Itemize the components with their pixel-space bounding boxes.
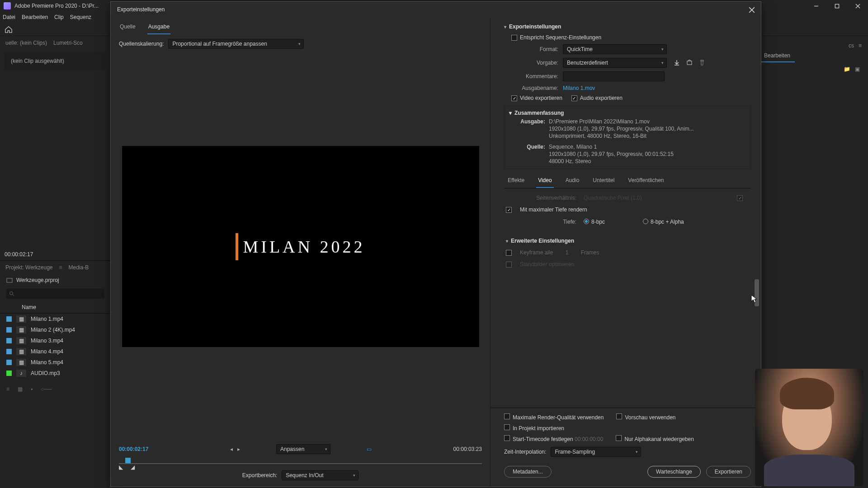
name-column-header[interactable]: Name <box>0 301 111 314</box>
preview-timeline[interactable]: ◣ ◢ <box>119 459 482 466</box>
max-depth-checkbox[interactable] <box>506 207 512 213</box>
svg-line-6 <box>13 295 14 296</box>
aspect-link-checkbox[interactable] <box>737 195 743 201</box>
tab-audio[interactable]: Audio <box>564 174 581 188</box>
dialog-title: Exporteinstellungen <box>117 6 165 13</box>
audio-clip-icon: ♪ <box>16 370 26 377</box>
dialog-close-button[interactable] <box>747 5 756 14</box>
output-name-link[interactable]: Milano 1.mov <box>563 85 595 91</box>
export-audio-label: Audio exportieren <box>580 95 623 101</box>
project-search-input[interactable] <box>6 289 104 299</box>
export-settings-section-header[interactable]: ▾Exporteinstellungen <box>504 20 751 33</box>
keyframe-all-checkbox[interactable] <box>506 250 512 256</box>
import-project-checkbox[interactable] <box>504 424 510 430</box>
bg-edit-tab: Bearbeiten <box>760 50 795 62</box>
tab-publish[interactable]: Veröffentlichen <box>626 174 665 188</box>
video-clip-icon: ▦ <box>16 348 26 355</box>
tab-subtitles[interactable]: Untertitel <box>591 174 616 188</box>
project-name: Werkzeuge.prproj <box>16 277 59 283</box>
comments-input[interactable] <box>563 71 665 81</box>
list-item[interactable]: ♪AUDIO.mp3 <box>0 368 111 379</box>
preview-panel: Quelle Ausgabe Quellenskalierung: Propor… <box>111 17 491 487</box>
list-item[interactable]: ▦Milano 2 (4K).mp4 <box>0 324 111 335</box>
list-item[interactable]: ▦Milano 5.mp4 <box>0 357 111 368</box>
play-backward-icon[interactable]: ◂ <box>230 446 233 452</box>
svg-rect-9 <box>687 61 692 65</box>
tab-output[interactable]: Ausgabe <box>147 21 170 34</box>
summary-source-name: Sequence, Milano 1 <box>549 144 597 150</box>
menu-file[interactable]: Datei <box>3 14 15 20</box>
bottom-options: Maximale Render-Qualität verwenden Vorsc… <box>491 408 761 461</box>
list-item[interactable]: ▦Milano 4.mp4 <box>0 346 111 357</box>
icon-view-icon[interactable]: ▦ <box>18 386 23 392</box>
export-button[interactable]: Exportieren <box>706 466 751 478</box>
optimize-stills-checkbox[interactable] <box>506 262 512 267</box>
list-view-icon[interactable]: ≡ <box>6 386 9 392</box>
window-minimize-button[interactable] <box>806 0 826 12</box>
preset-select[interactable]: Benutzerdefiniert▾ <box>563 58 667 68</box>
video-clip-icon: ▦ <box>16 326 26 333</box>
advanced-settings-header[interactable]: Erweiterte Einstellungen <box>511 238 574 244</box>
playhead-icon[interactable] <box>125 458 131 463</box>
delete-preset-icon[interactable] <box>698 59 706 66</box>
time-interpolation-label: Zeit-Interpolation: <box>504 449 546 455</box>
queue-button[interactable]: Warteschlange <box>647 466 701 478</box>
alpha-only-checkbox[interactable] <box>616 435 622 441</box>
project-panel-tools: ≡ ▦ ▪ ○── <box>0 382 111 396</box>
source-scaling-label: Quellenskalierung: <box>119 41 164 47</box>
format-select[interactable]: QuickTime▾ <box>563 44 667 54</box>
cursor-icon <box>751 295 758 305</box>
tab-effects[interactable]: Effekte <box>506 174 526 188</box>
tab-video[interactable]: Video <box>536 174 553 188</box>
bg-source-tab: uelle: (kein Clips) <box>5 40 47 46</box>
window-maximize-button[interactable] <box>826 0 847 12</box>
depth-8bpc-alpha-radio[interactable] <box>643 219 648 224</box>
use-preview-checkbox[interactable] <box>616 413 622 419</box>
play-forward-icon[interactable]: ▸ <box>237 446 240 452</box>
list-item[interactable]: ▦Milano 3.mp4 <box>0 335 111 346</box>
max-render-checkbox[interactable] <box>504 413 510 419</box>
format-label: Format: <box>504 46 563 52</box>
depth-8bpc-radio[interactable] <box>584 219 589 224</box>
import-preset-icon[interactable] <box>686 59 693 66</box>
no-clip-label: (kein Clip ausgewählt) <box>5 52 106 70</box>
metadata-button[interactable]: Metadaten... <box>504 466 552 478</box>
source-scaling-select[interactable]: Proportional auf Framegröße anpassen▾ <box>168 39 304 49</box>
start-timecode-checkbox[interactable] <box>504 435 510 441</box>
export-range-select[interactable]: Sequenz In/Out▾ <box>282 470 359 480</box>
time-interpolation-select[interactable]: Frame-Sampling▾ <box>551 447 641 457</box>
app-logo-icon <box>4 2 11 9</box>
zoom-slider[interactable]: ○── <box>41 386 52 392</box>
bg-timecode: 00:00:02:17 <box>0 249 111 260</box>
bin-icon <box>6 277 13 283</box>
summary-output-path: D:\Premiere Pro\Milan 2022\Milano 1.mov <box>549 118 650 125</box>
folder-icon: 📁 <box>844 66 850 72</box>
match-sequence-label: Entspricht Sequenz-Einstellungen <box>520 34 601 41</box>
menu-clip[interactable]: Clip <box>54 14 64 20</box>
tab-source[interactable]: Quelle <box>119 21 137 34</box>
summary-header[interactable]: ▾Zusammenfassung <box>509 110 746 118</box>
depth-label: Tiefe: <box>506 219 578 225</box>
window-close-button[interactable] <box>847 0 868 12</box>
zoom-fit-select[interactable]: Anpassen▾ <box>276 444 330 454</box>
preview-canvas: Milan 2022 <box>122 146 479 347</box>
match-sequence-checkbox[interactable] <box>511 35 517 41</box>
list-item[interactable]: ▦Milano 1.mp4 <box>0 314 111 324</box>
comments-label: Kommentare: <box>504 73 563 80</box>
aspect-ratio-icon[interactable]: ▭ <box>367 446 372 452</box>
max-depth-label: Mit maximaler Tiefe rendern <box>520 206 587 213</box>
export-video-checkbox[interactable] <box>511 95 517 101</box>
summary-output-spec: 868x488 (1,0), 29,97 fps, Progressiv, … <box>549 126 694 132</box>
timecode-current[interactable]: 00:00:02:17 <box>119 446 148 452</box>
summary-source-audio: 48000 Hz, Stereo <box>549 158 591 164</box>
dialog-titlebar[interactable]: Exporteinstellungen <box>111 2 761 17</box>
svg-point-5 <box>10 292 13 295</box>
menu-sequence[interactable]: Sequenz <box>70 14 91 20</box>
home-icon[interactable] <box>5 26 13 33</box>
export-audio-checkbox[interactable] <box>571 95 577 101</box>
save-preset-icon[interactable] <box>673 59 680 66</box>
menu-edit[interactable]: Bearbeiten <box>22 14 48 20</box>
freeform-view-icon[interactable]: ▪ <box>31 386 33 392</box>
preset-label: Vorgabe: <box>504 60 563 66</box>
export-range-label: Exportbereich: <box>242 472 277 479</box>
